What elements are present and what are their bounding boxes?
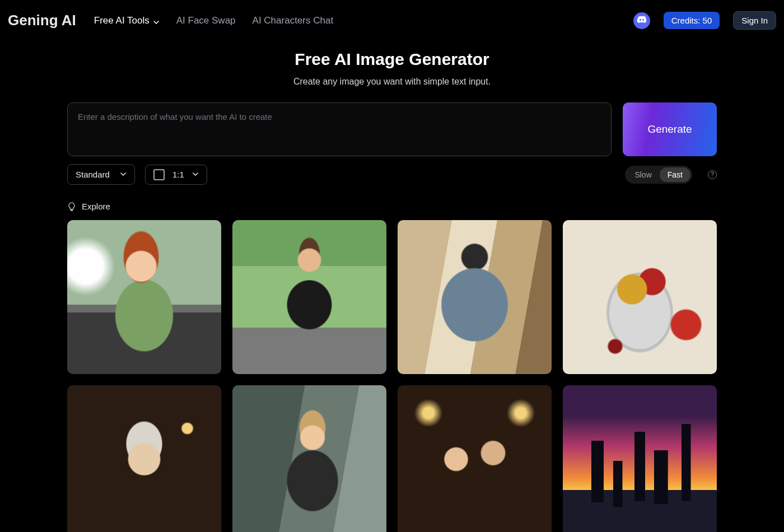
chevron-down-icon: [120, 170, 127, 179]
nav-links: Free AI Tools AI Face Swap AI Characters…: [94, 15, 333, 26]
explore-header: Explore: [67, 202, 717, 211]
aspect-ratio-select[interactable]: 1:1: [145, 165, 207, 185]
nav-free-ai-tools[interactable]: Free AI Tools: [94, 15, 160, 26]
help-icon[interactable]: ?: [708, 170, 717, 179]
chevron-down-icon: [192, 170, 199, 179]
page-title: Free AI Image Generator: [67, 50, 717, 69]
lightbulb-icon: [67, 202, 76, 211]
sign-in-button[interactable]: Sign In: [733, 11, 776, 30]
model-select-label: Standard: [76, 170, 110, 179]
gallery-tile[interactable]: [398, 385, 552, 532]
explore-gallery: [67, 220, 717, 532]
discord-button[interactable]: [633, 12, 650, 29]
model-select[interactable]: Standard: [67, 164, 135, 185]
gallery-tile[interactable]: [563, 220, 717, 374]
nav-face-swap[interactable]: AI Face Swap: [176, 15, 236, 26]
gallery-tile[interactable]: [563, 385, 717, 532]
speed-toggle: Slow Fast: [625, 166, 692, 184]
main-content: Free AI Image Generator Create any image…: [56, 50, 728, 532]
chevron-down-icon: [153, 17, 160, 24]
generate-button[interactable]: Generate: [623, 102, 717, 156]
brand-logo[interactable]: Gening AI: [8, 12, 76, 29]
discord-icon: [637, 16, 647, 26]
gallery-tile[interactable]: [232, 220, 386, 374]
nav-characters-chat[interactable]: AI Characters Chat: [253, 15, 334, 26]
prompt-row: Generate: [67, 102, 717, 156]
gallery-tile[interactable]: [67, 220, 221, 374]
controls-row: Standard 1:1 Slow Fast ?: [67, 164, 717, 185]
gallery-tile[interactable]: [398, 220, 552, 374]
page-subtitle: Create any image you want with simple te…: [67, 77, 717, 87]
aspect-ratio-icon: [153, 169, 165, 180]
speed-fast-option[interactable]: Fast: [660, 167, 690, 182]
gallery-tile[interactable]: [232, 385, 386, 532]
prompt-input[interactable]: [67, 102, 612, 156]
aspect-ratio-label: 1:1: [172, 170, 184, 179]
gallery-tile[interactable]: [67, 385, 221, 532]
speed-slow-option[interactable]: Slow: [627, 167, 659, 182]
navbar: Gening AI Free AI Tools AI Face Swap AI …: [0, 0, 784, 41]
explore-label: Explore: [82, 202, 110, 211]
nav-free-ai-tools-label: Free AI Tools: [94, 15, 150, 26]
credits-button[interactable]: Credits: 50: [664, 12, 720, 29]
